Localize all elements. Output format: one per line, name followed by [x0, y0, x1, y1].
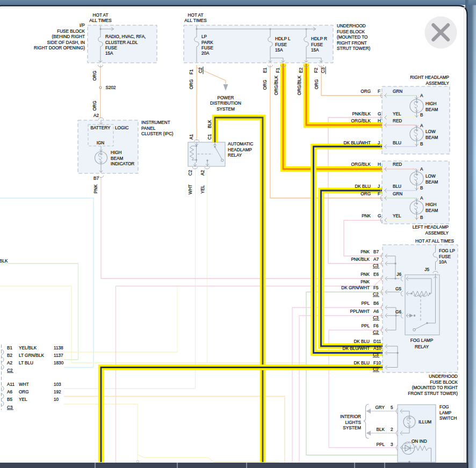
svg-text:1137: 1137 — [54, 353, 63, 358]
svg-text:ORG: ORG — [19, 390, 29, 394]
svg-text:DK BLU: DK BLU — [354, 339, 370, 344]
svg-text:BEAM: BEAM — [425, 208, 438, 213]
svg-text:10A: 10A — [439, 260, 447, 265]
svg-text:BEAM: BEAM — [111, 156, 123, 161]
svg-text:ORG/BLK: ORG/BLK — [274, 75, 279, 95]
svg-text:POWER: POWER — [218, 96, 234, 100]
svg-text:FUSE: FUSE — [439, 254, 451, 259]
svg-text:HIGH: HIGH — [425, 101, 437, 106]
svg-text:INDICATOR: INDICATOR — [111, 162, 134, 166]
svg-text:IGN: IGN — [97, 141, 105, 145]
svg-text:PANEL: PANEL — [141, 126, 156, 131]
svg-text:I/P: I/P — [80, 23, 85, 28]
svg-text:B6: B6 — [373, 301, 379, 306]
svg-text:ORG/BLK: ORG/BLK — [351, 119, 371, 123]
svg-text:103: 103 — [54, 382, 61, 387]
svg-text:F: F — [378, 89, 380, 94]
svg-text:C3: C3 — [373, 353, 379, 357]
svg-text:A6: A6 — [7, 390, 12, 394]
svg-text:ALL TIMES: ALL TIMES — [184, 18, 207, 23]
svg-text:10: 10 — [54, 397, 59, 402]
svg-text:PNK: PNK — [360, 280, 370, 284]
svg-text:DK BLU: DK BLU — [355, 184, 371, 189]
svg-text:5: 5 — [391, 405, 393, 410]
svg-text:ORG: ORG — [92, 71, 97, 81]
svg-text:FOG LAMP: FOG LAMP — [410, 338, 434, 343]
svg-text:C2: C2 — [373, 330, 379, 335]
svg-text:BLU: BLU — [393, 141, 401, 145]
svg-text:FOG: FOG — [439, 405, 449, 410]
svg-text:A: A — [420, 196, 423, 201]
svg-text:HOT AT ALL TIMES: HOT AT ALL TIMES — [415, 239, 454, 244]
svg-text:F6: F6 — [373, 324, 379, 328]
svg-text:C2: C2 — [373, 367, 379, 372]
svg-text:C2: C2 — [7, 368, 13, 373]
svg-text:H: H — [378, 162, 381, 167]
svg-text:PPL: PPL — [362, 301, 370, 306]
svg-text:20A: 20A — [201, 51, 210, 56]
svg-text:LT BLU: LT BLU — [19, 361, 33, 365]
svg-text:D11: D11 — [373, 339, 381, 344]
svg-text:GRN: GRN — [393, 89, 402, 94]
svg-text:ORG: ORG — [263, 80, 268, 90]
svg-text:INSTRUMENT: INSTRUMENT — [141, 120, 170, 125]
svg-text:BEAM: BEAM — [425, 180, 438, 185]
svg-text:WHT: WHT — [19, 382, 29, 387]
svg-text:BATTERY: BATTERY — [90, 126, 111, 130]
svg-text:ORG: ORG — [92, 101, 97, 111]
svg-text:SWITCH: SWITCH — [439, 416, 457, 421]
svg-text:RELAY: RELAY — [228, 153, 242, 158]
svg-text:LP: LP — [201, 34, 207, 39]
svg-text:STRUT TOWER): STRUT TOWER) — [337, 46, 371, 51]
svg-text:15A: 15A — [105, 51, 113, 56]
svg-text:A: A — [420, 93, 423, 98]
svg-text:B2: B2 — [7, 353, 12, 358]
svg-text:LEFT HEADLAMP: LEFT HEADLAMP — [413, 225, 449, 230]
svg-text:RED: RED — [393, 119, 402, 123]
svg-text:BLK: BLK — [0, 259, 8, 264]
svg-text:A2: A2 — [7, 361, 12, 365]
svg-text:2: 2 — [391, 427, 393, 432]
svg-text:15A: 15A — [311, 48, 319, 53]
svg-text:LOW: LOW — [425, 174, 436, 179]
svg-text:CLUSTER (IPC): CLUSTER (IPC) — [141, 131, 174, 136]
svg-text:FOG LP: FOG LP — [439, 248, 456, 253]
svg-text:B: B — [420, 186, 423, 191]
svg-text:PNK: PNK — [360, 272, 370, 277]
svg-text:C3: C3 — [321, 67, 326, 73]
svg-text:E1: E1 — [263, 68, 268, 73]
svg-text:DK BLU: DK BLU — [354, 361, 370, 365]
svg-text:YEL: YEL — [200, 185, 205, 194]
svg-text:ASSEMBLY: ASSEMBLY — [425, 81, 449, 86]
svg-text:ASSEMBLY: ASSEMBLY — [425, 231, 449, 236]
svg-text:RIGHT FRONT: RIGHT FRONT — [337, 41, 367, 46]
svg-text:J6: J6 — [396, 272, 401, 277]
svg-text:A6: A6 — [373, 309, 379, 314]
svg-text:CLUSTER ALDL: CLUSTER ALDL — [105, 40, 138, 45]
svg-text:FUSE BLOCK: FUSE BLOCK — [430, 380, 458, 385]
svg-text:AUTOMATIC: AUTOMATIC — [228, 142, 254, 147]
svg-text:G5: G5 — [395, 287, 401, 291]
svg-text:C3: C3 — [7, 405, 13, 410]
svg-text:J5: J5 — [424, 267, 429, 272]
svg-text:RELAY: RELAY — [415, 345, 429, 349]
svg-text:F1: F1 — [189, 69, 194, 75]
svg-text:FUSE BLOCK: FUSE BLOCK — [57, 29, 85, 34]
svg-text:E2: E2 — [299, 68, 304, 73]
svg-text:3: 3 — [391, 442, 393, 447]
svg-text:LOW: LOW — [425, 129, 436, 134]
svg-text:PNK/BLK: PNK/BLK — [351, 257, 370, 262]
svg-text:(MOUNTED TO: (MOUNTED TO — [337, 35, 367, 40]
svg-text:G: G — [378, 112, 381, 116]
svg-text:FUSE: FUSE — [201, 46, 213, 50]
svg-text:ORG: ORG — [189, 79, 194, 90]
svg-text:DK BLU/WHT: DK BLU/WHT — [344, 141, 371, 145]
svg-text:ALL TIMES: ALL TIMES — [89, 18, 112, 23]
svg-text:RADIO, HVAC, RFA,: RADIO, HVAC, RFA, — [105, 34, 146, 39]
svg-text:PPL: PPL — [377, 442, 385, 447]
svg-text:HDLP L: HDLP L — [275, 36, 291, 41]
svg-text:A2: A2 — [200, 170, 205, 176]
svg-text:BLU: BLU — [393, 184, 401, 189]
svg-text:HDLP R: HDLP R — [311, 36, 327, 41]
svg-text:LAMP: LAMP — [439, 411, 452, 415]
